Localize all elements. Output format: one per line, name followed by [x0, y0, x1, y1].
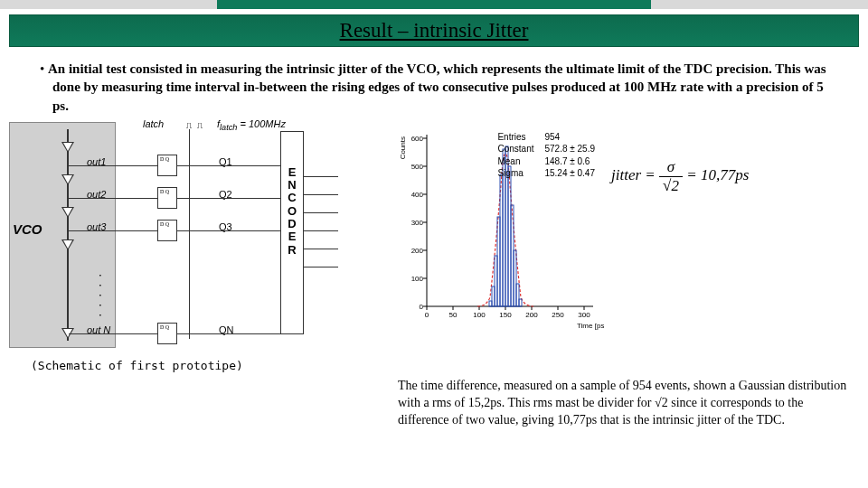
svg-rect-43 — [519, 299, 522, 306]
svg-text:Time [ps]: Time [ps] — [577, 322, 604, 330]
slide-title: Result – intrinsic Jitter — [10, 19, 858, 42]
svg-text:300: 300 — [578, 311, 590, 319]
histogram-chart: 0 100 200 300 400 500 600 0 50 100 150 2… — [396, 126, 604, 333]
svg-text:600: 600 — [411, 135, 424, 143]
explanation-text: The time difference, measured on a sampl… — [398, 378, 850, 429]
svg-text:500: 500 — [411, 163, 424, 171]
svg-text:100: 100 — [473, 311, 486, 319]
svg-text:300: 300 — [411, 219, 424, 227]
schematic-figure: VCO latch flatch = 100MHz out1 out2 out3… — [9, 122, 389, 372]
freq-label: flatch = 100MHz — [217, 118, 286, 132]
title-bar: Result – intrinsic Jitter — [9, 14, 859, 47]
encoder-box: ENCODER — [280, 131, 304, 334]
svg-text:0: 0 — [425, 311, 429, 319]
svg-text:200: 200 — [411, 247, 424, 255]
latch-label: latch — [143, 118, 164, 129]
jitter-formula: jitter = σ √2 = 10,77ps — [611, 122, 859, 195]
svg-text:400: 400 — [411, 191, 424, 199]
svg-text:100: 100 — [411, 275, 424, 283]
bullet-paragraph: An initial test consisted in measuring t… — [0, 47, 868, 122]
svg-text:Counts: Counts — [399, 136, 407, 159]
vco-label: VCO — [13, 221, 42, 237]
svg-text:0: 0 — [420, 303, 424, 311]
svg-text:250: 250 — [552, 311, 564, 319]
top-strip — [0, 0, 868, 9]
svg-text:200: 200 — [525, 311, 538, 319]
stats-box: Entries954 Constant572.8 ± 25.9 Mean148.… — [497, 131, 595, 180]
svg-text:150: 150 — [499, 311, 512, 319]
svg-text:50: 50 — [449, 311, 458, 319]
schematic-caption: (Schematic of first prototipe) — [9, 359, 389, 372]
